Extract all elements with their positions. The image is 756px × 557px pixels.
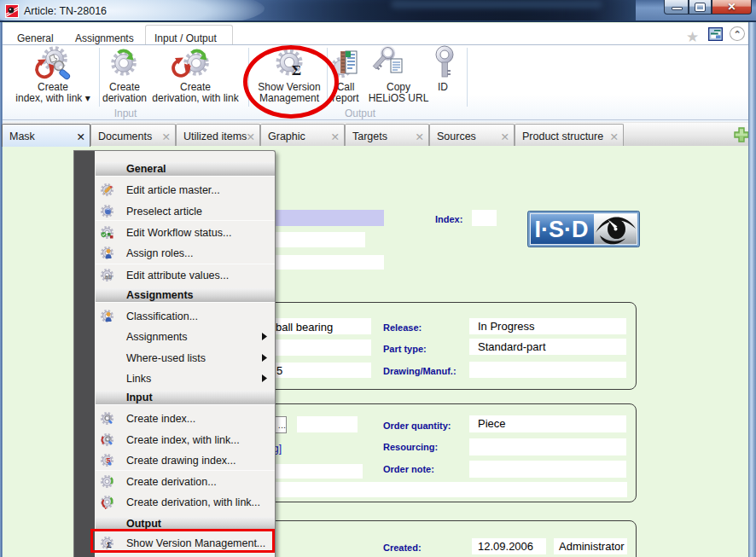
svg-text:ab: ab	[105, 274, 112, 280]
svg-text:I·S·D: I·S·D	[535, 217, 589, 242]
